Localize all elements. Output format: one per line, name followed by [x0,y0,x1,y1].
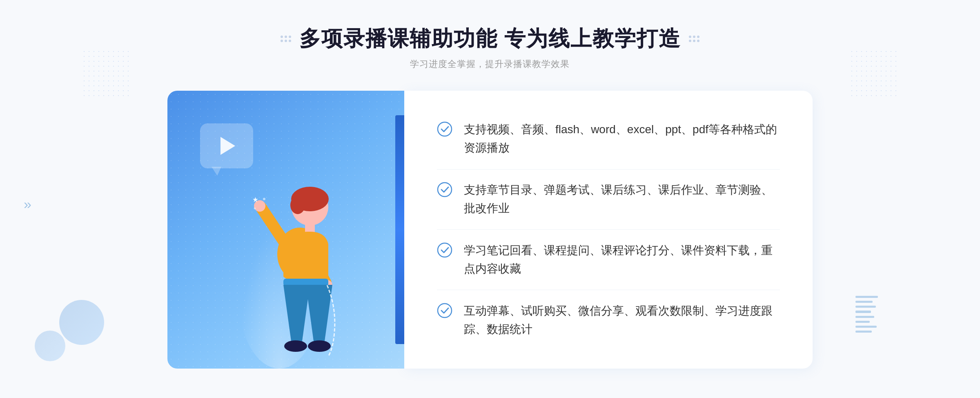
divider-3 [437,290,780,290]
deco-line-6 [855,321,870,323]
vertical-accent-bar [395,115,404,344]
svg-point-17 [438,243,452,257]
feature-item-1: 支持视频、音频、flash、word、excel、ppt、pdf等各种格式的资源… [437,113,780,165]
chevron-icon-1: » [24,196,31,212]
chevrons-left-decoration: » [24,196,31,212]
check-icon-3 [437,242,452,258]
svg-point-11 [308,340,331,352]
svg-point-15 [438,122,452,136]
feature-text-4: 互动弹幕、试听购买、微信分享、观看次数限制、学习进度跟踪、数据统计 [464,302,780,339]
svg-point-3 [290,196,305,214]
feature-text-2: 支持章节目录、弹题考试、课后练习、课后作业、章节测验、批改作业 [464,181,780,218]
dot [693,40,695,42]
dot [689,40,691,42]
svg-point-16 [438,183,452,197]
dot [289,40,291,42]
dots-decoration-top-left [82,49,131,98]
dot [289,36,291,38]
dot-group-right [689,36,699,42]
right-features-panel: 支持视频、音频、flash、word、excel、ppt、pdf等各种格式的资源… [404,91,813,369]
page-title: 多项录播课辅助功能 专为线上教学打造 [299,25,681,53]
divider-1 [437,169,780,170]
page-container: » 多项录播课辅助功能 专为线上教学打造 [0,0,980,398]
divider-2 [437,229,780,230]
title-decoration-left [281,36,291,42]
content-area: 支持视频、音频、flash、word、excel、ppt、pdf等各种格式的资源… [167,91,813,369]
deco-lines [855,296,878,333]
dot [281,40,283,42]
person-svg [230,140,369,369]
check-icon-1 [437,121,452,137]
dots-decoration-top-right [849,49,898,98]
svg-point-6 [254,200,265,212]
title-row: 多项录播课辅助功能 专为线上教学打造 [281,25,699,53]
svg-point-18 [438,304,452,318]
feature-text-3: 学习笔记回看、课程提问、课程评论打分、课件资料下载，重点内容收藏 [464,241,780,278]
svg-point-14 [254,208,256,210]
header-section: 多项录播课辅助功能 专为线上教学打造 学习进度全掌握，提升录播课教学效果 [281,0,699,70]
deco-line-5 [855,316,874,318]
deco-line-1 [855,296,878,298]
deco-circle-small [35,331,65,361]
feature-item-3: 学习笔记回看、课程提问、课程评论打分、课件资料下载，重点内容收藏 [437,234,780,286]
dot-group-left [281,36,291,42]
deco-line-2 [855,301,873,303]
check-icon-2 [437,182,452,197]
title-decoration-right [689,36,699,42]
feature-item-4: 互动弹幕、试听购买、微信分享、观看次数限制、学习进度跟踪、数据统计 [437,295,780,346]
deco-line-8 [855,331,872,333]
deco-line-3 [855,306,876,308]
feature-text-1: 支持视频、音频、flash、word、excel、ppt、pdf等各种格式的资源… [464,121,780,157]
page-subtitle: 学习进度全掌握，提升录播课教学效果 [281,58,699,70]
dot [697,40,699,42]
dot [697,36,699,38]
person-illustration [230,140,369,369]
dot [689,36,691,38]
left-illustration-panel [167,91,404,369]
deco-line-7 [855,326,877,328]
dot [693,36,695,38]
dot [285,40,287,42]
svg-point-13 [263,198,265,200]
feature-item-2: 支持章节目录、弹题考试、课后练习、课后作业、章节测验、批改作业 [437,174,780,225]
dot [281,36,283,38]
deco-circle-large [59,300,104,345]
deco-line-4 [855,311,871,313]
check-icon-4 [437,303,452,318]
dot [285,36,287,38]
svg-point-10 [284,340,307,352]
